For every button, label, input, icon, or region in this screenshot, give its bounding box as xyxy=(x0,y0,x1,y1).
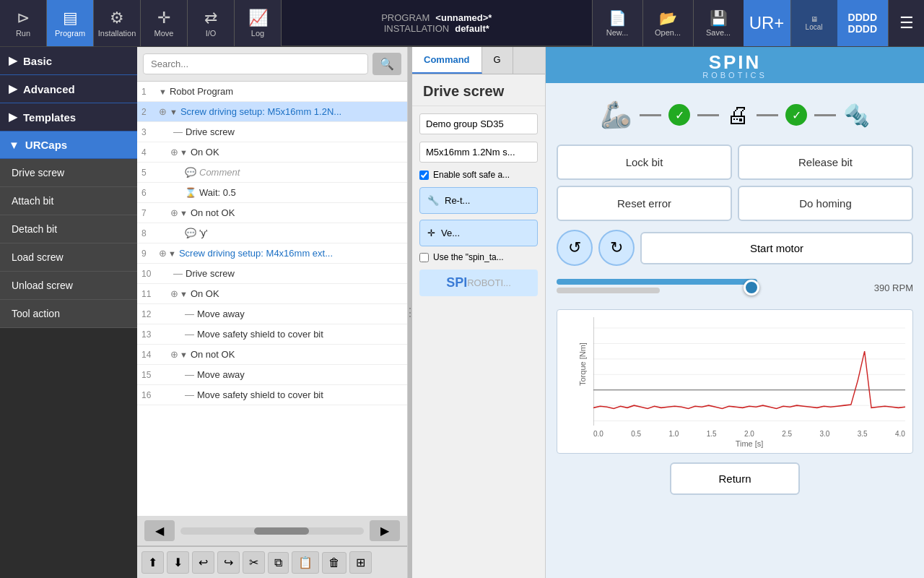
sidebar-item-attach-bit[interactable]: Attach bit xyxy=(0,187,137,215)
sidebar-item-unload-screw[interactable]: Unload screw xyxy=(0,272,137,300)
table-row[interactable]: 4 ⊕ ▼ On OK xyxy=(137,142,407,163)
new-button[interactable]: 📄 New... xyxy=(592,0,642,46)
hamburger-menu[interactable]: ☰ xyxy=(888,0,924,46)
table-row[interactable]: 2 ⊕ ▼ Screw driving setup: M5x16mm 1.2N.… xyxy=(137,102,407,122)
screw-input[interactable] xyxy=(419,142,538,163)
x-tick: 2.0 xyxy=(744,430,754,438)
table-row[interactable]: 15 — Move away xyxy=(137,365,407,385)
table-row[interactable]: 13 — Move safety shield to cover bit xyxy=(137,324,407,345)
rpm-row: 390 RPM xyxy=(557,275,913,301)
log-button[interactable]: 📈 Log xyxy=(235,0,282,46)
table-row[interactable]: 8 💬 'y' xyxy=(137,223,407,243)
table-row[interactable]: 14 ⊕ ▼ On not OK xyxy=(137,345,407,365)
row-number: 1 xyxy=(141,87,159,97)
io-button[interactable]: ⇄ I/O xyxy=(188,0,235,46)
table-row[interactable]: 7 ⊕ ▼ On not OK xyxy=(137,203,407,223)
sidebar-item-detach-bit[interactable]: Detach bit xyxy=(0,215,137,243)
search-bar: 🔍 xyxy=(137,47,407,82)
top-right: UR+ 🖥 Local DDDD DDDD ☰ xyxy=(744,0,924,46)
search-input[interactable] xyxy=(143,53,368,74)
program-button[interactable]: ▤ Program xyxy=(47,0,94,46)
program-panel: 🔍 1 ▼ Robot Program 2 ⊕ ▼ Screw driving … xyxy=(137,47,408,578)
sidebar-item-tool-action[interactable]: Tool action xyxy=(0,300,137,328)
table-row[interactable]: 3 — Drive screw xyxy=(137,122,407,142)
prev-button[interactable]: ◀ xyxy=(144,520,175,541)
x-tick: 2.5 xyxy=(782,430,792,438)
row-text: On OK xyxy=(191,147,219,158)
table-row[interactable]: 10 — Drive screw xyxy=(137,264,407,284)
row-number: 8 xyxy=(141,228,159,238)
table-row[interactable]: 6 ⌛ Wait: 0.5 xyxy=(137,183,407,203)
second-tab[interactable]: G xyxy=(482,47,513,74)
lock-bit-button[interactable]: Lock bit xyxy=(557,144,732,180)
use-spin-check[interactable] xyxy=(419,253,429,262)
reteach-button[interactable]: 🔧 Re-t... xyxy=(419,187,538,214)
dash-icon-5: — xyxy=(185,369,194,380)
new-icon: 📄 xyxy=(609,9,627,27)
ur-plus-logo: UR+ xyxy=(744,0,790,46)
next-button[interactable]: ▶ xyxy=(370,520,400,541)
triangle-icon-6: ▼ xyxy=(180,290,188,298)
row-number: 4 xyxy=(141,147,159,158)
move-up-button[interactable]: ⬆ xyxy=(141,551,164,574)
verify-button[interactable]: ✛ Ve... xyxy=(419,220,538,246)
delete-button[interactable]: 🗑 xyxy=(322,552,346,574)
return-button[interactable]: Return xyxy=(670,462,800,495)
io-icon: ⇄ xyxy=(204,9,217,27)
start-motor-button[interactable]: Start motor xyxy=(640,232,913,264)
x-tick: 1.0 xyxy=(669,430,679,438)
cut-button[interactable]: ✂ xyxy=(243,551,265,574)
undo-button[interactable]: ↩ xyxy=(192,551,214,574)
comment-icon-2: 💬 xyxy=(185,228,196,238)
group-input[interactable] xyxy=(419,113,538,134)
sidebar-urcaps[interactable]: ▼ URCaps xyxy=(0,131,137,159)
installation-button[interactable]: ⚙ Installation xyxy=(94,0,141,46)
program-value: <unnamed>* xyxy=(435,12,492,23)
table-row[interactable]: 16 — Move safety shield to cover bit xyxy=(137,385,407,405)
rpm-slider-container xyxy=(557,275,861,301)
return-row: Return xyxy=(557,462,913,495)
table-row[interactable]: 5 💬 Comment xyxy=(137,163,407,183)
table-row[interactable]: 12 — Move away xyxy=(137,304,407,324)
move-button[interactable]: ✛ Move xyxy=(141,0,188,46)
run-button[interactable]: ⊳ Run xyxy=(0,0,47,46)
spin-subtitle: ROBOTICS xyxy=(702,71,767,79)
soft-safe-check[interactable] xyxy=(419,171,429,180)
detach-bit-label: Detach bit xyxy=(12,223,57,235)
io-label: I/O xyxy=(206,29,217,38)
save-button[interactable]: 💾 Save... xyxy=(693,0,744,46)
sidebar-basic[interactable]: ▶ Basic xyxy=(0,47,137,75)
copy-button[interactable]: ⧉ xyxy=(268,552,289,574)
spin-logo-small: SPI ROBOTI... xyxy=(419,269,538,296)
program-icon: ▤ xyxy=(63,9,78,27)
release-bit-button[interactable]: Release bit xyxy=(738,144,913,180)
do-homing-button[interactable]: Do homing xyxy=(738,186,913,221)
sidebar-templates-label: Templates xyxy=(23,111,76,124)
triangle-icon: ▼ xyxy=(159,87,167,96)
rpm-thumb[interactable] xyxy=(744,280,759,296)
move-down-button[interactable]: ⬇ xyxy=(167,551,189,574)
status-check-2: ✓ xyxy=(785,104,807,126)
chart-svg: 0.5 0.4 0.3 0.2 0.1 0.0 -0.1 xyxy=(593,317,905,426)
table-row[interactable]: 9 ⊕ ▼ Screw driving setup: M4x16mm ext..… xyxy=(137,243,407,264)
table-row[interactable]: 1 ▼ Robot Program xyxy=(137,82,407,102)
reset-error-button[interactable]: Reset error xyxy=(557,186,732,221)
local-button[interactable]: 🖥 Local xyxy=(790,0,837,46)
arrow-down-icon: ▼ xyxy=(9,139,19,151)
redo-button[interactable]: ↪ xyxy=(217,551,240,574)
sidebar-templates[interactable]: ▶ Templates xyxy=(0,103,137,131)
command-tab[interactable]: Command xyxy=(412,47,482,74)
rotate-cw-button[interactable]: ↻ xyxy=(598,230,635,266)
table-row[interactable]: 11 ⊕ ▼ On OK xyxy=(137,284,407,304)
open-button[interactable]: 📂 Open... xyxy=(642,0,693,46)
paste-button[interactable]: 📋 xyxy=(292,551,319,574)
row-text: Drive screw xyxy=(186,126,235,137)
tool-icon: 🔩 xyxy=(843,103,870,128)
row-number: 9 xyxy=(141,249,159,259)
sidebar-item-load-screw[interactable]: Load screw xyxy=(0,243,137,272)
sidebar-item-drive-screw[interactable]: Drive screw xyxy=(0,159,137,187)
sidebar-advanced[interactable]: ▶ Advanced xyxy=(0,75,137,103)
search-button[interactable]: 🔍 xyxy=(372,53,401,75)
rotate-ccw-button[interactable]: ↺ xyxy=(557,230,593,266)
grid-button[interactable]: ⊞ xyxy=(349,551,372,574)
